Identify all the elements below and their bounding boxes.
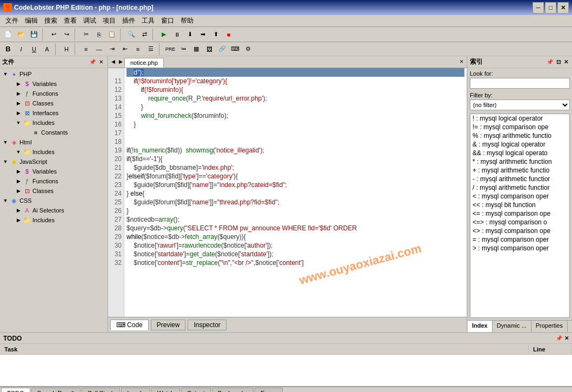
step-into-button[interactable]: ⬇: [184, 29, 196, 41]
menu-view[interactable]: 查看: [61, 15, 80, 26]
editor-tab-code[interactable]: ⌨ Code: [110, 320, 149, 330]
editor-tab-inspector[interactable]: Inspector: [188, 320, 226, 330]
tree-item-includes1[interactable]: ▼ 📁 Includes: [1, 118, 106, 128]
index-item-6[interactable]: + : mysql arithmetic functio: [470, 166, 569, 175]
redo-button[interactable]: ↪: [61, 29, 72, 41]
index-item-14[interactable]: = : mysql comparison oper: [470, 235, 569, 244]
tree-item-functions2[interactable]: ▶ ƒ Functions: [1, 176, 106, 186]
right-panel-float[interactable]: ⊡: [555, 59, 562, 65]
tree-toggle-classes2[interactable]: ▶: [14, 187, 23, 195]
tree-toggle-html[interactable]: ▼: [1, 138, 10, 147]
code-content[interactable]: d"); if(!$foruminfo['type']!='category')…: [124, 68, 467, 317]
todo-body[interactable]: [0, 355, 572, 386]
tree-toggle-variables[interactable]: ▶: [14, 79, 23, 88]
maximize-button[interactable]: □: [545, 2, 556, 14]
bot-tab-call-stack[interactable]: Call Stack: [82, 388, 121, 392]
tree-item-interfaces[interactable]: ▶ ⊠ Interfaces: [1, 108, 106, 118]
minimize-button[interactable]: ─: [533, 2, 544, 14]
tab-notice-php[interactable]: notice.php: [124, 58, 164, 68]
index-item-4[interactable]: && : mysql logical operato: [470, 149, 569, 157]
italic-button[interactable]: I: [15, 43, 27, 55]
save-button[interactable]: 💾: [28, 29, 40, 41]
rbt-dynamic[interactable]: Dynamic ...: [493, 321, 531, 332]
editor-tab-preview[interactable]: Preview: [151, 320, 186, 330]
tree-toggle-includes3[interactable]: ▶: [14, 216, 23, 224]
align-center-button[interactable]: ☰: [145, 43, 157, 55]
tree-toggle-functions2[interactable]: ▶: [14, 177, 23, 185]
tree-item-includes2[interactable]: ▼ 📁 Includes: [1, 147, 106, 157]
tree-item-css[interactable]: ▼ ◉ CSS: [1, 196, 106, 205]
tree-item-functions[interactable]: ▶ ƒ Functions: [1, 89, 106, 98]
tree-item-variables2[interactable]: ▶ $ Variables: [1, 167, 106, 176]
index-item-0[interactable]: ! : mysql logical operator: [470, 114, 569, 123]
tree-toggle-variables2[interactable]: ▶: [14, 167, 23, 176]
index-item-10[interactable]: << : mysql bit function: [470, 201, 569, 209]
tree-item-variables[interactable]: ▶ $ Variables: [1, 79, 106, 89]
menu-tools[interactable]: 工具: [138, 15, 158, 26]
step-over-button[interactable]: ➡: [197, 29, 209, 41]
cut-button[interactable]: ✂: [80, 29, 92, 41]
font-color-button[interactable]: A: [41, 43, 53, 55]
menu-file[interactable]: 文件: [2, 15, 22, 26]
left-panel-pin[interactable]: 📌: [88, 58, 97, 65]
menu-debug[interactable]: 调试: [80, 15, 99, 26]
tree-toggle-classes[interactable]: ▶: [14, 99, 23, 108]
rbt-properties[interactable]: Properties: [531, 321, 568, 332]
outdent-button[interactable]: ⇤: [119, 43, 131, 55]
index-item-2[interactable]: % : mysql arithmetic functio: [470, 131, 569, 140]
menu-edit[interactable]: 编辑: [22, 15, 41, 26]
tab-close-button[interactable]: ✕: [458, 58, 465, 65]
close-button[interactable]: ✕: [557, 2, 569, 14]
new-file-button[interactable]: 📄: [2, 29, 14, 41]
tree-item-constants[interactable]: ■ Constants: [1, 128, 106, 137]
index-item-7[interactable]: - : mysql arithmetic functior: [470, 175, 569, 183]
bot-tab-todo[interactable]: TODO: [1, 388, 30, 392]
index-item-15[interactable]: > : mysql comparison oper: [470, 244, 569, 253]
index-item-12[interactable]: <=> : mysql comparison o: [470, 218, 569, 227]
menu-search[interactable]: 搜索: [41, 15, 61, 26]
tree-toggle-php[interactable]: ▼: [1, 70, 10, 78]
script-button[interactable]: ⌨: [229, 43, 241, 55]
tree-toggle-css[interactable]: ▼: [1, 196, 10, 205]
run-button[interactable]: ▶: [158, 29, 170, 41]
table-button[interactable]: ▦: [190, 43, 202, 55]
tree-item-includes3[interactable]: ▶ 📁 Includes: [1, 215, 106, 225]
tab-next-button[interactable]: ▶: [117, 58, 124, 65]
replace-button[interactable]: ⇄: [138, 29, 150, 41]
tree-toggle-includes2[interactable]: ▼: [14, 148, 23, 156]
index-item-5[interactable]: * : mysql arithmetic function: [470, 157, 569, 166]
menu-project[interactable]: 项目: [99, 15, 119, 26]
index-item-13[interactable]: <> : mysql comparison ope: [470, 227, 569, 235]
code-editor[interactable]: 11 12 13 14 15 16 17 18 19 20 21 22 23 2…: [108, 68, 467, 317]
bot-tab-errors[interactable]: Errors: [255, 388, 283, 392]
bold-button[interactable]: B: [2, 43, 14, 55]
todo-close[interactable]: ✕: [564, 335, 569, 341]
filter-by-select[interactable]: (no filter): [470, 99, 570, 110]
menu-window[interactable]: 窗口: [158, 15, 177, 26]
left-panel-close[interactable]: ✕: [97, 58, 105, 65]
tree-item-classes[interactable]: ▶ ⊡ Classes: [1, 98, 106, 108]
stop-button[interactable]: ■: [223, 29, 235, 41]
menu-plugin[interactable]: 插件: [119, 15, 138, 26]
bot-tab-search-result[interactable]: Search Result: [31, 388, 81, 392]
todo-pin[interactable]: 📌: [556, 335, 562, 341]
index-item-11[interactable]: <= : mysql comparison ope: [470, 209, 569, 218]
pause-button[interactable]: ⏸: [171, 29, 183, 41]
tree-toggle-javascript[interactable]: ▼: [1, 157, 10, 166]
tree-toggle-functions[interactable]: ▶: [14, 89, 23, 98]
look-for-input[interactable]: [470, 78, 570, 89]
bot-tab-watch[interactable]: Watch: [151, 388, 180, 392]
right-panel-pin[interactable]: 📌: [545, 59, 555, 65]
heading-button[interactable]: H: [61, 43, 72, 55]
tree-item-ai-selectors[interactable]: ▶ A Ai Selectors: [1, 205, 106, 215]
bot-tab-locals[interactable]: Locals: [121, 388, 150, 392]
index-item-8[interactable]: / : mysql arithmetic functior: [470, 183, 569, 192]
format-btn2[interactable]: —: [93, 43, 105, 55]
indent-button[interactable]: ⇥: [106, 43, 118, 55]
pre-button[interactable]: PRE: [164, 43, 176, 55]
link-button[interactable]: 🔗: [216, 43, 228, 55]
tree-item-html[interactable]: ▼ ◈ Html: [1, 137, 106, 147]
tree-item-classes2[interactable]: ▶ ⊡ Classes: [1, 186, 106, 196]
bot-tab-bookmarks[interactable]: Bookmarks: [212, 388, 254, 392]
rbt-index[interactable]: Index: [468, 321, 493, 332]
